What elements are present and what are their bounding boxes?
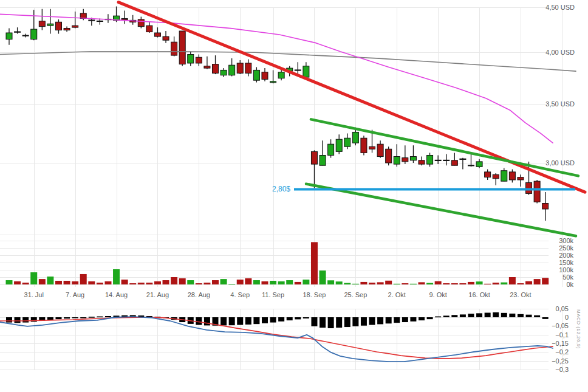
bearish-candle — [237, 63, 243, 73]
bearish-candle — [39, 21, 45, 27]
bearish-candle — [204, 66, 210, 68]
bearish-candle — [171, 42, 177, 55]
volume-bar — [72, 281, 78, 284]
macd-axis-label: −0,25 — [552, 357, 569, 365]
macd-histogram-bar — [485, 313, 491, 317]
macd-histogram-bar — [229, 317, 235, 325]
volume-bar — [468, 282, 474, 284]
macd-histogram-bar — [476, 313, 482, 317]
macd-histogram-bar — [352, 317, 358, 326]
volume-bar — [212, 280, 219, 284]
date-axis-label: 31. Jul — [24, 291, 44, 298]
bullish-candle — [352, 132, 358, 143]
volume-bar — [311, 242, 318, 284]
macd-histogram-bar — [55, 317, 61, 319]
date-axis-label: 11. Sep — [262, 291, 284, 298]
macd-histogram-bar — [386, 317, 392, 323]
macd-histogram-bar — [542, 317, 549, 319]
trendline-overlay — [0, 2, 585, 236]
macd-axis-label: 0 — [565, 314, 569, 321]
macd-histogram-bar — [253, 317, 259, 324]
macd-histogram-bar — [344, 317, 350, 327]
bearish-candle — [146, 26, 152, 32]
macd-histogram-bar — [204, 317, 210, 325]
macd-histogram-bar — [295, 317, 301, 319]
volume-bar — [88, 281, 95, 284]
macd-histogram-bar — [460, 314, 466, 317]
volume-bar — [228, 284, 235, 284]
volume-bar — [394, 284, 400, 284]
volume-bar — [47, 277, 53, 284]
volume-bar — [196, 283, 202, 284]
volume-bar — [39, 279, 46, 284]
macd-histogram-bar — [245, 317, 251, 325]
date-axis-label: 21. Aug — [146, 291, 169, 298]
volume-bar — [360, 282, 367, 284]
volume-bar — [6, 280, 13, 284]
date-axis-label: 7. Aug — [66, 291, 84, 298]
volume-axis-label: 0k — [566, 281, 573, 288]
bearish-candle — [526, 182, 532, 193]
bullish-candle — [328, 144, 334, 155]
macd-histogram-bar — [80, 317, 86, 318]
bearish-candle — [196, 57, 202, 63]
bearish-candle — [386, 149, 392, 163]
volume-axis-label: 200k — [559, 252, 573, 259]
volume-bar — [129, 283, 136, 284]
macd-axis-label: −0,05 — [552, 322, 569, 329]
macd-histogram-bar — [262, 317, 268, 323]
bearish-candle — [64, 29, 70, 30]
volume-bar — [542, 278, 549, 284]
macd-histogram-bar — [287, 317, 293, 320]
volume-bar — [22, 283, 29, 284]
support-price-label: 2,80$ — [272, 185, 290, 193]
date-axis-label: 23. Okt — [510, 291, 531, 298]
volume-bar — [80, 274, 87, 284]
stock-chart-canvas[interactable]: 4,50 USD4,00 USD3,50 USD3,00 USD300k250k… — [0, 0, 588, 392]
date-axis-label: 16. Okt — [468, 291, 490, 298]
bearish-candle — [121, 18, 128, 19]
bearish-candle — [154, 33, 160, 36]
bearish-candle — [179, 31, 185, 64]
bearish-candle — [485, 172, 491, 177]
macd-histogram-bar — [320, 317, 326, 328]
volume-bar — [517, 283, 524, 284]
price-axis-label: 3,50 USD — [545, 100, 575, 108]
volume-axis-label: 250k — [559, 244, 573, 252]
macd-histogram-bar — [509, 314, 515, 317]
volume-bar — [220, 279, 227, 284]
volume-bar — [121, 280, 128, 284]
doji-candle — [88, 19, 95, 21]
volume-bar — [336, 281, 343, 284]
bearish-candle — [493, 174, 499, 179]
macd-histogram-bar — [105, 316, 111, 317]
macd-histogram-bar — [419, 317, 425, 320]
bullish-candle — [220, 70, 227, 75]
volume-bar — [104, 281, 111, 284]
macd-histogram-bar — [427, 317, 433, 319]
volume-axis-label: 300k — [559, 237, 573, 244]
volume-bar — [270, 281, 276, 284]
doji-candle — [22, 35, 29, 36]
volume-bar — [377, 282, 384, 284]
volume-bar — [459, 283, 466, 284]
macd-histogram-bar — [6, 317, 12, 323]
channel-upper — [311, 119, 578, 176]
macd-histogram-bar — [220, 317, 227, 325]
macd-histogram-bar — [303, 317, 309, 318]
bullish-candle — [188, 55, 194, 63]
volume-bar — [369, 283, 375, 284]
bearish-candle — [311, 151, 317, 164]
macd-axis-label: −0,1 — [555, 331, 569, 339]
volume-bar — [525, 281, 532, 284]
volume-bar — [344, 283, 350, 284]
macd-histogram-bar — [435, 317, 441, 318]
volume-bar — [146, 283, 152, 284]
doji-candle — [14, 32, 21, 33]
volume-bar — [443, 283, 450, 284]
date-axis-label: 18. Sep — [303, 291, 326, 298]
macd-histogram-bar — [518, 314, 524, 317]
volume-bar — [493, 283, 499, 284]
volume-bar — [476, 281, 483, 284]
macd-histogram-bar — [97, 317, 103, 318]
